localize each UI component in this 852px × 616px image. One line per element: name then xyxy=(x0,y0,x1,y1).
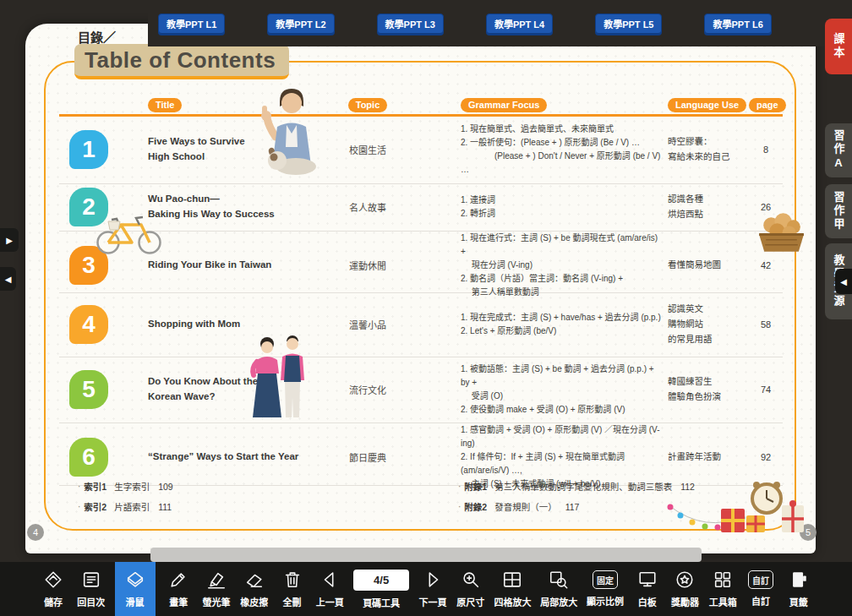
toolbar-pen[interactable]: 畫筆 xyxy=(164,562,193,616)
ppt-button-l5[interactable]: 教學PPT L5 xyxy=(595,14,662,34)
lesson-grammar: 1. 現在完成式：主詞 (S) + have/has + 過去分詞 (p.p.)… xyxy=(410,311,668,338)
footnote-page: 117 xyxy=(565,502,580,512)
toolbar-item-label: 螢光筆 xyxy=(203,595,231,608)
toolbar-whiteboard[interactable]: 白板 xyxy=(633,562,662,616)
ppt-button-l2[interactable]: 教學PPT L2 xyxy=(267,14,334,34)
page-number-left: 4 xyxy=(27,524,44,541)
toolbar-highlighter[interactable]: 螢光筆 xyxy=(202,562,231,616)
lesson-page-number[interactable]: 58 xyxy=(749,319,783,330)
page-tab-icon xyxy=(789,570,809,590)
toolbar-delete-all[interactable]: 全刪 xyxy=(278,562,307,616)
footnote-text: 片語索引 xyxy=(114,502,150,512)
chevron-left-icon: ◀ xyxy=(840,277,847,286)
appendix-footnotes: ‧附錄1第三人稱單數動詞字尾變化規則、動詞三態表112 ‧附錄2發音規則（一）1… xyxy=(458,480,695,521)
footnote-page: 109 xyxy=(158,482,173,492)
bullet: ‧ xyxy=(78,502,80,512)
page-title-block: Table of Contents xyxy=(74,44,289,79)
ppt-button-l1[interactable]: 教學PPT L1 xyxy=(158,14,225,34)
toolbar-item-label: 顯示比例 xyxy=(587,594,624,608)
page-number-input[interactable] xyxy=(353,570,409,591)
footnote-appendix-1: ‧附錄1第三人稱單數動詞字尾變化規則、動詞三態表112 xyxy=(458,480,695,493)
toolbar-original-size[interactable]: 原尺寸 xyxy=(456,562,485,616)
right-panel-collapse-button[interactable]: ◀ xyxy=(835,269,852,294)
column-header-language-use: Language Use xyxy=(668,98,746,112)
toolbar-item-label: 工具箱 xyxy=(709,595,737,608)
toolbar-item-label: 獎勵器 xyxy=(671,595,699,608)
toolbar-region-zoom[interactable]: 局部放大 xyxy=(540,562,577,616)
toolbar-item-label: 畫筆 xyxy=(169,595,188,608)
lesson-title[interactable]: Riding Your Bike in Taiwan xyxy=(118,258,325,273)
ppt-button-l3[interactable]: 教學PPT L3 xyxy=(377,14,444,34)
toolbar-reward[interactable]: 獎勵器 xyxy=(670,562,699,616)
lesson-topic: 節日慶典 xyxy=(325,450,410,464)
footnote-label: 附錄2 xyxy=(464,502,487,512)
toolbar-eraser[interactable]: 橡皮擦 xyxy=(240,562,269,616)
lesson-topic: 流行文化 xyxy=(325,383,410,396)
footnote-appendix-2: ‧附錄2發音規則（一）117 xyxy=(458,500,695,513)
toolbar-page-tabs[interactable]: 頁籤 xyxy=(784,562,813,616)
toolbar-item-label: 儲存 xyxy=(44,595,63,608)
left-panel-collapse-button[interactable]: ◀ xyxy=(0,267,16,291)
footnote-index-2: ‧索引2片語索引111 xyxy=(78,500,173,513)
highlighter-icon xyxy=(206,570,227,590)
custom-icon: 自訂 xyxy=(748,570,773,589)
left-panel-expand-button[interactable]: ▶ xyxy=(0,228,19,252)
tab-textbook[interactable]: 課本 xyxy=(825,19,852,74)
table-row: 3 Riding Your Bike in Taiwan 運動休閒 1. 現在進… xyxy=(59,232,783,293)
ebook-reader-window: 目錄／ Table of Contents Title Topic Gramma… xyxy=(0,0,852,616)
footnote-text: 生字索引 xyxy=(114,482,150,492)
footnote-page: 111 xyxy=(158,502,172,512)
toolbar-item-label: 自訂 xyxy=(751,594,770,608)
ppt-button-l6[interactable]: 教學PPT L6 xyxy=(704,14,771,34)
bicycle-illustration xyxy=(91,206,167,257)
lesson-language-use: 看懂簡易地圖 xyxy=(668,258,749,273)
top-bar: 教學PPT L1 教學PPT L2 教學PPT L3 教學PPT L4 教學PP… xyxy=(148,0,852,46)
lesson-number: 5 xyxy=(69,370,108,409)
lesson-page-number[interactable]: 74 xyxy=(749,384,783,395)
toolbar-toolbox[interactable]: 工具箱 xyxy=(708,562,737,616)
chevron-left-icon: ◀ xyxy=(5,275,12,284)
save-icon xyxy=(43,570,63,590)
footnote-label: 附錄1 xyxy=(464,482,487,492)
lesson-page-number[interactable]: 42 xyxy=(749,260,783,270)
column-header-page: page xyxy=(749,98,786,112)
column-header-topic: Topic xyxy=(348,98,388,112)
toolbar-custom[interactable]: 自訂 自訂 xyxy=(746,562,775,616)
footnote-text: 發音規則（一） xyxy=(494,502,557,512)
bullet: ‧ xyxy=(458,482,461,492)
bottom-toolbar: 儲存 回目次 滑鼠 畫筆 螢光筆 橡皮擦 全刪 上一頁 xyxy=(0,562,852,616)
four-pane-icon xyxy=(502,570,522,590)
toolbar-save[interactable]: 儲存 xyxy=(39,562,68,616)
lesson-grammar: 1. 連接詞 2. 轉折詞 xyxy=(410,194,668,221)
footnote-label: 索引1 xyxy=(84,482,106,492)
page-title: Table of Contents xyxy=(85,47,276,74)
toolbar-quad-zoom[interactable]: 四格放大 xyxy=(494,562,531,616)
lesson-title[interactable]: “Strange” Ways to Start the Year xyxy=(118,450,325,465)
page-slider-track[interactable] xyxy=(150,548,702,562)
table-row: 2 Wu Pao-chun— Baking His Way to Success… xyxy=(59,184,783,232)
lesson-title[interactable]: Shopping with Mom xyxy=(118,317,325,332)
toolbar-next-page[interactable]: 下一頁 xyxy=(418,562,447,616)
toolbar-display-ratio[interactable]: 固定 顯示比例 xyxy=(587,562,624,616)
column-header-grammar-focus: Grammar Focus xyxy=(461,98,547,112)
lesson-page-number[interactable]: 8 xyxy=(749,144,783,155)
lesson-language-use: 認識各種 烘焙西點 xyxy=(668,192,749,222)
ppt-button-l4[interactable]: 教學PPT L4 xyxy=(486,14,553,34)
index-footnotes: ‧索引1生字索引109 ‧索引2片語索引111 xyxy=(78,480,173,521)
lesson-grammar: 1. 被動語態：主詞 (S) + be 動詞 + 過去分詞 (p.p.) + b… xyxy=(410,363,668,417)
tab-workbook-jia[interactable]: 習作甲 xyxy=(825,184,852,238)
toolbar-back-to-toc[interactable]: 回目次 xyxy=(77,562,106,616)
toolbar-prev-page[interactable]: 上一頁 xyxy=(315,562,344,616)
lesson-language-use: 時空膠囊： 寫給未來的自己 xyxy=(668,134,749,165)
region-zoom-icon xyxy=(549,570,569,590)
lesson-language-use: 韓國練習生 體驗角色扮演 xyxy=(668,374,749,405)
toolbar-mouse[interactable]: 滑鼠 xyxy=(115,562,156,616)
previous-page-icon xyxy=(320,570,340,590)
toolbar-item-label: 四格放大 xyxy=(494,595,531,608)
toolbar-page-tool[interactable]: 頁碼工具 xyxy=(353,562,409,616)
mouse-pointer-icon xyxy=(125,570,145,590)
tab-workbook-a[interactable]: 習作A xyxy=(825,123,852,177)
book-page: 目錄／ Table of Contents Title Topic Gramma… xyxy=(25,24,816,553)
lesson-number: 4 xyxy=(69,305,108,344)
bread-basket-illustration xyxy=(752,208,808,255)
